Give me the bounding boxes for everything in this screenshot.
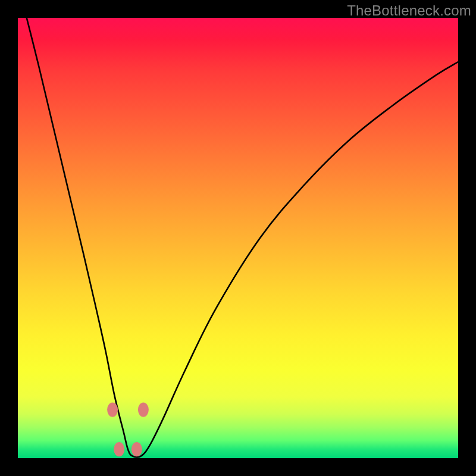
plot-background-gradient <box>18 18 458 458</box>
chart-container: TheBottleneck.com <box>0 0 476 476</box>
watermark-text: TheBottleneck.com <box>347 2 471 19</box>
